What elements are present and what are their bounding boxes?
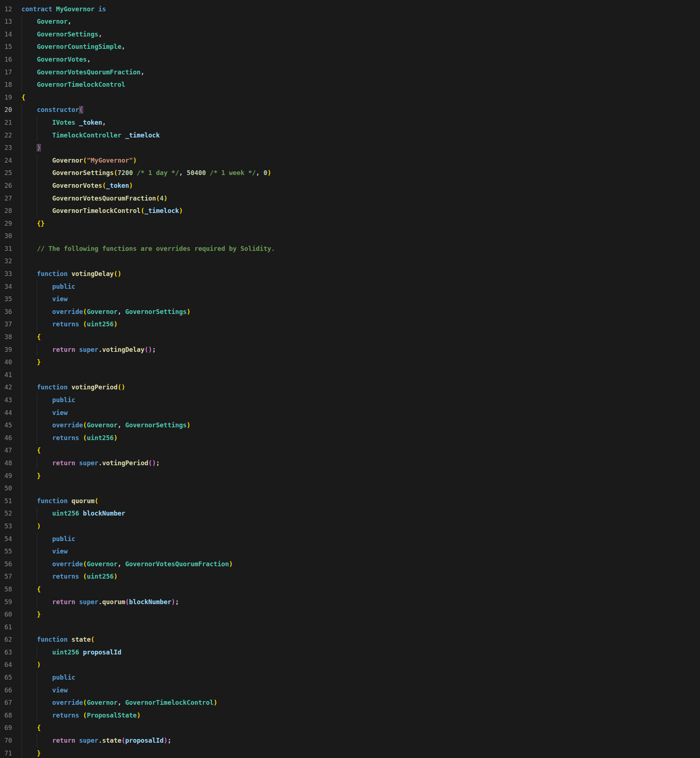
code-line[interactable]: 13 Governor, — [0, 15, 700, 28]
code-line[interactable]: 12contract MyGovernor is — [0, 3, 700, 16]
code-line[interactable]: 64 ) — [0, 658, 700, 671]
line-number[interactable]: 29 — [0, 217, 12, 230]
code-line[interactable]: 36 override(Governor, GovernorSettings) — [0, 306, 700, 318]
code-line[interactable]: 50 — [0, 482, 700, 495]
code-line[interactable]: 44 view — [0, 406, 700, 419]
line-number[interactable]: 27 — [0, 192, 12, 205]
line-number[interactable]: 67 — [0, 696, 12, 709]
line-number[interactable]: 28 — [0, 205, 12, 217]
code-line[interactable]: 21 IVotes _token, — [0, 116, 700, 129]
code-line[interactable]: 23 ) — [0, 141, 700, 154]
code-line[interactable]: 22 TimelockController _timelock — [0, 129, 700, 142]
code-line[interactable]: 55 view — [0, 545, 700, 558]
line-number[interactable]: 33 — [0, 267, 12, 280]
code-area[interactable]: 1112contract MyGovernor is13 Governor,14… — [0, 0, 700, 758]
line-number[interactable]: 51 — [0, 495, 12, 508]
line-number[interactable]: 57 — [0, 570, 12, 583]
line-number[interactable]: 42 — [0, 381, 12, 394]
line-number[interactable]: 17 — [0, 66, 12, 79]
line-number[interactable]: 23 — [0, 141, 12, 154]
code-line[interactable]: 31 // The following functions are overri… — [0, 242, 700, 255]
line-number[interactable]: 47 — [0, 444, 12, 457]
line-number[interactable]: 59 — [0, 596, 12, 608]
code-line[interactable]: 66 view — [0, 684, 700, 697]
line-number[interactable]: 48 — [0, 457, 12, 470]
line-number[interactable]: 36 — [0, 306, 12, 318]
line-number[interactable]: 19 — [0, 91, 12, 104]
line-number[interactable]: 31 — [0, 242, 12, 255]
line-number[interactable]: 49 — [0, 470, 12, 482]
code-line[interactable]: 59 return super.quorum(blockNumber); — [0, 596, 700, 608]
code-line[interactable]: 65 public — [0, 671, 700, 684]
line-number[interactable]: 25 — [0, 167, 12, 180]
code-line[interactable]: 20 constructor( — [0, 103, 700, 116]
code-line[interactable]: 33 function votingDelay() — [0, 267, 700, 280]
code-line[interactable]: 63 uint256 proposalId — [0, 646, 700, 659]
line-number[interactable]: 12 — [0, 3, 12, 16]
code-line[interactable]: 11 — [0, 0, 700, 3]
line-number[interactable]: 22 — [0, 129, 12, 142]
code-line[interactable]: 29 {} — [0, 217, 700, 230]
line-number[interactable]: 54 — [0, 533, 12, 545]
line-number[interactable]: 64 — [0, 658, 12, 671]
code-line[interactable]: 46 returns (uint256) — [0, 432, 700, 444]
line-number[interactable]: 39 — [0, 344, 12, 356]
code-line[interactable]: 37 returns (uint256) — [0, 318, 700, 331]
code-line[interactable]: 62 function state( — [0, 633, 700, 646]
code-line[interactable]: 70 return super.state(proposalId); — [0, 734, 700, 747]
code-line[interactable]: 49 } — [0, 470, 700, 482]
code-line[interactable]: 27 GovernorVotesQuorumFraction(4) — [0, 192, 700, 205]
code-line[interactable]: 52 uint256 blockNumber — [0, 507, 700, 520]
line-number[interactable]: 65 — [0, 671, 12, 684]
code-line[interactable]: 41 — [0, 369, 700, 381]
line-number[interactable]: 60 — [0, 608, 12, 621]
line-number[interactable]: 70 — [0, 734, 12, 747]
line-number[interactable]: 44 — [0, 406, 12, 419]
line-number[interactable]: 45 — [0, 419, 12, 432]
line-number[interactable]: 11 — [0, 0, 12, 3]
code-line[interactable]: 45 override(Governor, GovernorSettings) — [0, 419, 700, 432]
line-number[interactable]: 37 — [0, 318, 12, 331]
code-line[interactable]: 34 public — [0, 280, 700, 293]
line-number[interactable]: 41 — [0, 369, 12, 381]
code-line[interactable]: 71 } — [0, 747, 700, 758]
code-line[interactable]: 57 returns (uint256) — [0, 570, 700, 583]
code-line[interactable]: 24 Governor("MyGovernor") — [0, 154, 700, 167]
line-number[interactable]: 34 — [0, 280, 12, 293]
code-line[interactable]: 19{ — [0, 91, 700, 104]
line-number[interactable]: 58 — [0, 583, 12, 596]
code-line[interactable]: 42 function votingPeriod() — [0, 381, 700, 394]
code-line[interactable]: 18 GovernorTimelockControl — [0, 78, 700, 91]
code-line[interactable]: 51 function quorum( — [0, 495, 700, 508]
code-line[interactable]: 14 GovernorSettings, — [0, 28, 700, 41]
code-line[interactable]: 58 { — [0, 583, 700, 596]
code-line[interactable]: 56 override(Governor, GovernorVotesQuoru… — [0, 558, 700, 570]
code-line[interactable]: 53 ) — [0, 520, 700, 533]
line-number[interactable]: 26 — [0, 180, 12, 192]
code-line[interactable]: 43 public — [0, 394, 700, 406]
code-line[interactable]: 61 — [0, 621, 700, 634]
line-number[interactable]: 46 — [0, 432, 12, 444]
line-number[interactable]: 40 — [0, 356, 12, 369]
code-line[interactable]: 67 override(Governor, GovernorTimelockCo… — [0, 696, 700, 709]
line-number[interactable]: 53 — [0, 520, 12, 533]
code-line[interactable]: 32 — [0, 255, 700, 267]
code-line[interactable]: 39 return super.votingDelay(); — [0, 344, 700, 356]
code-line[interactable]: 38 { — [0, 331, 700, 344]
code-line[interactable]: 16 GovernorVotes, — [0, 53, 700, 66]
code-line[interactable]: 28 GovernorTimelockControl(_timelock) — [0, 205, 700, 217]
line-number[interactable]: 13 — [0, 15, 12, 28]
line-number[interactable]: 71 — [0, 747, 12, 758]
line-number[interactable]: 66 — [0, 684, 12, 697]
line-number[interactable]: 16 — [0, 53, 12, 66]
line-number[interactable]: 18 — [0, 78, 12, 91]
line-number[interactable]: 52 — [0, 507, 12, 520]
code-line[interactable]: 15 GovernorCountingSimple, — [0, 41, 700, 53]
code-line[interactable]: 40 } — [0, 356, 700, 369]
line-number[interactable]: 21 — [0, 116, 12, 129]
code-line[interactable]: 48 return super.votingPeriod(); — [0, 457, 700, 470]
line-number[interactable]: 50 — [0, 482, 12, 495]
line-number[interactable]: 68 — [0, 709, 12, 722]
code-line[interactable]: 60 } — [0, 608, 700, 621]
code-line[interactable]: 30 — [0, 230, 700, 242]
